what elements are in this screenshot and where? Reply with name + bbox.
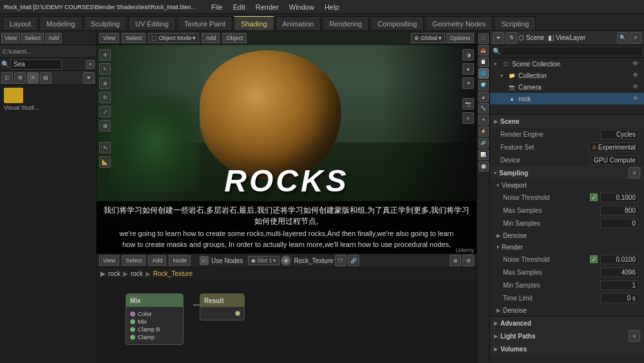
node-node-btn[interactable]: Node	[169, 255, 191, 266]
feature-set-value[interactable]: ⚠ Experimental	[589, 142, 639, 152]
link-material-icon[interactable]: 🔗	[348, 255, 359, 266]
breadcrumb-rock1[interactable]: rock	[108, 270, 120, 277]
select-button[interactable]: Select	[21, 33, 44, 43]
render-time-limit-value[interactable]: 0 s	[600, 293, 639, 303]
tab-rendering[interactable]: Rendering	[322, 16, 369, 30]
filter-icon[interactable]: ≡	[86, 60, 95, 69]
properties-world-icon[interactable]: 🌍	[478, 80, 489, 90]
viewport-noise-threshold-checkbox[interactable]: ✓	[590, 193, 598, 201]
icon-filter[interactable]: ⏷	[83, 72, 95, 84]
move-tool-icon[interactable]: ⊕	[99, 77, 111, 89]
device-value[interactable]: GPU Compute	[591, 155, 639, 165]
camera-icon[interactable]: 📷	[462, 98, 474, 110]
camera-eye-icon[interactable]: 👁	[632, 83, 640, 91]
tab-layout[interactable]: Layout	[3, 16, 38, 30]
node-select-btn[interactable]: Select	[122, 255, 146, 266]
outliner-search-input[interactable]	[503, 48, 641, 55]
outliner-filter-icon[interactable]: ⏷	[493, 32, 504, 44]
menu-edit[interactable]: Edit	[231, 2, 248, 12]
tab-animation[interactable]: Animation	[276, 16, 321, 30]
advanced-header[interactable]: ▶ Advanced	[490, 317, 644, 329]
rotate-tool-icon[interactable]: ↻	[99, 92, 111, 103]
viewport-object-btn[interactable]: Object	[222, 33, 247, 43]
render-noise-threshold-checkbox[interactable]: ✓	[590, 255, 598, 263]
tab-modeling[interactable]: Modeling	[39, 16, 82, 30]
outliner-item-collection[interactable]: ▾ 📁 Collection 👁	[490, 70, 644, 81]
properties-scene-icon[interactable]: 🌐	[478, 68, 489, 79]
outliner-options-icon[interactable]: ≡	[630, 32, 641, 44]
viewport-mode-dropdown[interactable]: ⬚ Object Mode ▾	[148, 33, 199, 43]
viewport-shade-solid[interactable]: ◑	[462, 49, 474, 61]
properties-material-icon[interactable]: ⬤	[478, 161, 489, 172]
select-tool-icon[interactable]: ↖	[99, 63, 111, 75]
viewport-min-samples-value[interactable]: 0	[600, 219, 639, 228]
outliner-sort-icon[interactable]: ⇅	[506, 32, 517, 44]
properties-render-icon[interactable]: 🎥	[478, 34, 489, 44]
node-toolbar-2[interactable]: ⚙	[462, 255, 474, 266]
menu-render[interactable]: Render	[253, 2, 281, 12]
material-sphere-icon[interactable]: ●	[281, 255, 291, 266]
transform-dropdown[interactable]: ⊕ Global ▾	[411, 33, 445, 43]
outliner-item-scene-collection[interactable]: ▾ ⬡ Scene Collection 👁	[490, 58, 644, 70]
icon-4[interactable]: ▤	[40, 72, 52, 84]
viewport-max-samples-value[interactable]: 800	[600, 206, 639, 215]
tab-scripting[interactable]: Scripting	[494, 16, 536, 30]
search-input[interactable]	[10, 59, 62, 70]
view-button[interactable]: View	[1, 33, 20, 43]
scale-tool-icon[interactable]: ⤢	[99, 106, 111, 117]
transform-tool-icon[interactable]: ⊞	[99, 120, 111, 132]
menu-window[interactable]: Window	[287, 2, 317, 12]
annotate-icon[interactable]: ✎	[99, 142, 111, 153]
rock-eye-icon[interactable]: 👁	[632, 95, 640, 103]
properties-data-icon[interactable]: 📊	[478, 150, 489, 160]
light-paths-header[interactable]: ▶ Light Paths ≡	[490, 329, 644, 342]
breadcrumb-rock2[interactable]: rock	[131, 270, 143, 277]
properties-object-icon[interactable]: ▲	[478, 92, 489, 102]
render-max-samples-value[interactable]: 4096	[600, 268, 639, 277]
render-engine-value[interactable]: Cycles	[600, 130, 639, 139]
render-noise-threshold-value[interactable]: 0.0100	[600, 255, 639, 264]
viewport-view-btn[interactable]: View	[99, 33, 119, 43]
volumes-header[interactable]: ▶ Volumes	[490, 342, 644, 355]
tab-texture-paint[interactable]: Texture Paint	[177, 16, 232, 30]
node-toolbar-1[interactable]: ⊞	[450, 255, 461, 266]
viewport-add-btn[interactable]: Add	[202, 33, 220, 43]
menu-file[interactable]: File	[209, 2, 225, 12]
properties-constraints-icon[interactable]: 🔗	[478, 138, 489, 148]
properties-modifier-icon[interactable]: 🔧	[478, 103, 489, 113]
properties-particles-icon[interactable]: ✦	[478, 115, 489, 125]
render-min-samples-value[interactable]: 1	[600, 280, 639, 290]
sampling-header[interactable]: ▾ Sampling ≡	[490, 166, 644, 179]
node-view-btn[interactable]: View	[99, 255, 119, 266]
cursor-tool-icon[interactable]: ✛	[99, 49, 111, 61]
scene-prop-header[interactable]: ▶ Scene	[490, 115, 644, 128]
viewport-shade-rendered[interactable]: ☀	[462, 77, 474, 89]
menu-help[interactable]: Help	[322, 2, 342, 12]
viewport-select-btn[interactable]: Select	[122, 33, 146, 43]
options-btn[interactable]: Options	[446, 33, 474, 43]
outliner-item-rock[interactable]: ▲ rock 👁	[490, 93, 644, 104]
viewport-noise-threshold-value[interactable]: 0.1000	[600, 193, 639, 202]
add-button[interactable]: Add	[45, 33, 62, 43]
icon-3[interactable]: ≡	[27, 72, 39, 84]
outliner-search-icon[interactable]: 🔍	[617, 32, 629, 44]
sampling-menu-icon[interactable]: ≡	[629, 167, 640, 179]
icon-2[interactable]: ⊞	[14, 72, 26, 84]
measure-icon[interactable]: 📐	[99, 156, 111, 168]
node-add-btn[interactable]: Add	[148, 255, 166, 266]
viewport-3d[interactable]: View Select ⬚ Object Mode ▾ Add Object ⊕…	[97, 31, 477, 253]
viewport-shade-material[interactable]: ●	[462, 63, 474, 75]
light-paths-menu-icon[interactable]: ≡	[629, 330, 640, 342]
use-nodes-checkbox[interactable]: ✓	[200, 256, 209, 265]
tab-geometry-nodes[interactable]: Geometry Nodes	[425, 16, 493, 30]
fake-user-icon[interactable]: 🛡	[335, 255, 346, 266]
tab-compositing[interactable]: Compositing	[370, 16, 424, 30]
grid-icon[interactable]: #	[462, 112, 474, 124]
properties-physics-icon[interactable]: ⚡	[478, 126, 489, 137]
collection-eye-icon[interactable]: 👁	[632, 72, 640, 79]
folder-item-visual-studio[interactable]: Visual Studi...	[0, 85, 96, 113]
icon-1[interactable]: ◫	[1, 72, 13, 84]
tab-sculpting[interactable]: Sculpting	[84, 16, 127, 30]
mix-node[interactable]: Mix Color Mix	[126, 293, 184, 345]
tab-shading[interactable]: Shading	[234, 16, 274, 30]
